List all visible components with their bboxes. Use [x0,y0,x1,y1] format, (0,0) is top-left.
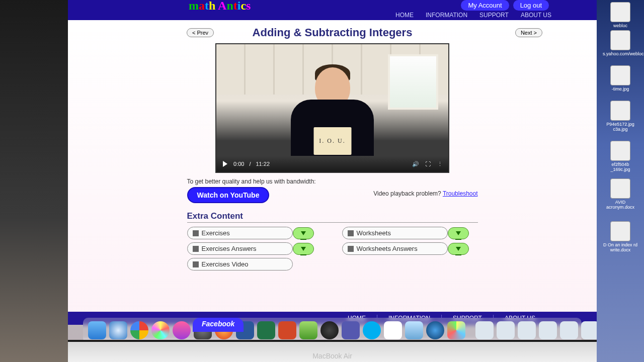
dock-app-icon[interactable] [447,321,465,339]
download-icon [456,247,461,251]
document-icon [348,230,354,236]
dock-minimized-window[interactable] [581,321,597,339]
download-icon [301,231,306,235]
dock-excel-icon[interactable] [257,321,275,339]
video-controls: 0:00 / 11:22 🔊 ⛶ ⋮ [216,156,448,172]
dock-chrome-icon[interactable] [130,321,148,339]
site-logo[interactable]: math Antics [189,0,251,13]
video-icon [193,261,199,267]
extra-worksheets[interactable]: Worksheets [342,227,448,239]
dock-minimized-window[interactable] [560,321,578,339]
desktop-file[interactable]: AVID acronym.docx [603,178,638,210]
play-icon[interactable] [221,160,228,167]
video-duration: 11:22 [256,161,270,167]
screen-area: math Antics My Account Log out HOME INFO… [68,0,597,362]
site-header: math Antics My Account Log out HOME INFO… [68,0,597,20]
desktop-file[interactable]: -time.jpg [603,65,638,92]
desktop-file[interactable]: webloc [603,2,638,28]
dock-minimized-window[interactable] [475,321,494,339]
document-icon [193,246,199,252]
desktop-file[interactable]: P94e5172.jpg c3a.jpg [603,101,638,132]
bandwidth-hint: To get better quality and help us with b… [187,178,478,185]
video-current-time: 0:00 [233,161,244,167]
dock-powerpoint-icon[interactable] [278,321,296,339]
desktop-file[interactable]: ef2f504b _169c.jpg [603,141,638,172]
next-button[interactable]: Next > [515,28,542,37]
nav-home[interactable]: HOME [395,12,414,19]
download-icon [301,247,306,251]
log-out-button[interactable]: Log out [513,0,549,11]
watch-on-youtube-button[interactable]: Watch on YouTube [187,187,270,203]
dock-mail-icon[interactable] [384,321,402,339]
dock-app-icon[interactable] [299,321,317,339]
prev-button[interactable]: < Prev [187,28,214,37]
video-presenter: I. O. U. [287,62,378,158]
download-exercises-button[interactable] [293,227,314,239]
top-nav: HOME INFORMATION SUPPORT ABOUT US [395,12,551,19]
document-icon [193,230,199,236]
document-icon [348,246,354,252]
dock-teams-icon[interactable] [342,321,360,339]
video-frame: I. O. U. [216,44,448,158]
dock-quicktime-icon[interactable] [426,321,444,339]
dock-finder-icon[interactable] [88,321,106,339]
troubleshoot-link[interactable]: Troubleshoot [443,190,478,197]
video-player[interactable]: I. O. U. 0:00 / 11:22 🔊 ⛶ ⋮ [215,43,449,173]
page-title: Adding & Subtracting Integers [253,26,413,39]
my-account-button[interactable]: My Account [461,0,509,11]
dock-app-icon[interactable] [320,321,339,339]
volume-icon[interactable]: 🔊 [412,160,419,167]
laptop-bezel: MacBook Air [68,340,597,362]
nav-about[interactable]: ABOUT US [521,12,551,19]
nav-support[interactable]: SUPPORT [479,12,509,19]
dock-safari-icon[interactable] [109,321,127,339]
dock-photos-icon[interactable] [151,321,170,339]
dock-skype-icon[interactable] [363,321,381,339]
dock-minimized-window[interactable] [497,321,515,339]
download-icon [456,231,461,235]
desktop-file[interactable]: D On an index rd write.docx [603,221,638,252]
facebook-button[interactable]: Facebook [193,318,244,332]
video-window [388,54,438,110]
extra-exercises-answers[interactable]: Exercises Answers [187,242,293,255]
dock-minimized-window[interactable] [539,321,557,339]
more-icon[interactable]: ⋮ [436,160,443,167]
photo-left-margin [0,0,68,362]
dock-minimized-window[interactable] [518,321,536,339]
macos-dock [83,318,582,343]
download-worksheets-answers-button[interactable] [448,243,469,255]
video-card-text: I. O. U. [313,127,351,155]
page-content: < Prev Adding & Subtracting Integers Nex… [68,20,597,362]
nav-information[interactable]: INFORMATION [426,12,467,19]
extra-worksheets-answers[interactable]: Worksheets Answers [342,242,448,255]
dock-music-icon[interactable] [173,321,191,339]
extra-content-heading: Extra Content [187,211,478,223]
laptop-model-text: MacBook Air [312,352,352,360]
extra-exercises[interactable]: Exercises [187,227,293,239]
download-worksheets-button[interactable] [448,227,469,239]
fullscreen-icon[interactable]: ⛶ [424,160,431,167]
extra-exercises-video[interactable]: Exercises Video [187,258,293,270]
desktop-right-strip: webloc s.yahoo.com/webloc -time.jpg P94e… [597,0,644,362]
desktop-file[interactable]: s.yahoo.com/webloc [603,30,638,56]
download-exercises-answers-button[interactable] [293,243,314,255]
dock-preview-icon[interactable] [405,321,423,339]
troubleshoot-row: Video playback problem? Troubleshoot [373,190,477,197]
